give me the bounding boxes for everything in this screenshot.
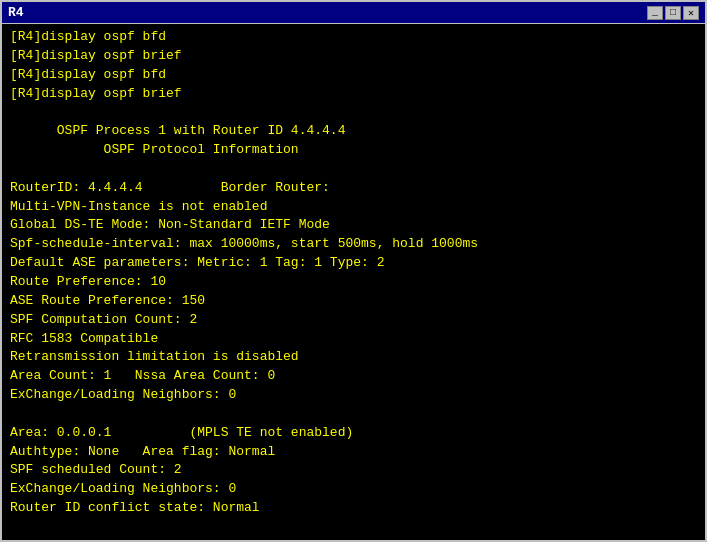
close-button[interactable]: ✕ xyxy=(683,6,699,20)
terminal-output: [R4]display ospf bfd [R4]display ospf br… xyxy=(2,24,705,540)
title-bar: R4 _ □ ✕ xyxy=(2,2,705,24)
window-title: R4 xyxy=(8,5,24,20)
terminal-text: [R4]display ospf bfd [R4]display ospf br… xyxy=(10,28,697,540)
title-bar-controls: _ □ ✕ xyxy=(647,6,699,20)
main-window: R4 _ □ ✕ [R4]display ospf bfd [R4]displa… xyxy=(0,0,707,542)
minimize-button[interactable]: _ xyxy=(647,6,663,20)
maximize-button[interactable]: □ xyxy=(665,6,681,20)
title-bar-left: R4 xyxy=(8,5,24,20)
